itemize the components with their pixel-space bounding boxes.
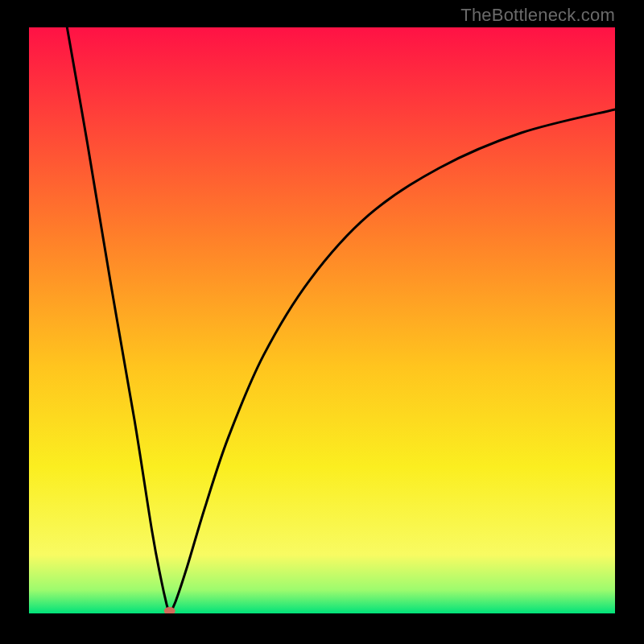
watermark-text: TheBottleneck.com <box>460 5 615 26</box>
plot-area <box>29 27 615 613</box>
chart-container: TheBottleneck.com <box>0 0 644 644</box>
plot-svg <box>29 27 615 613</box>
